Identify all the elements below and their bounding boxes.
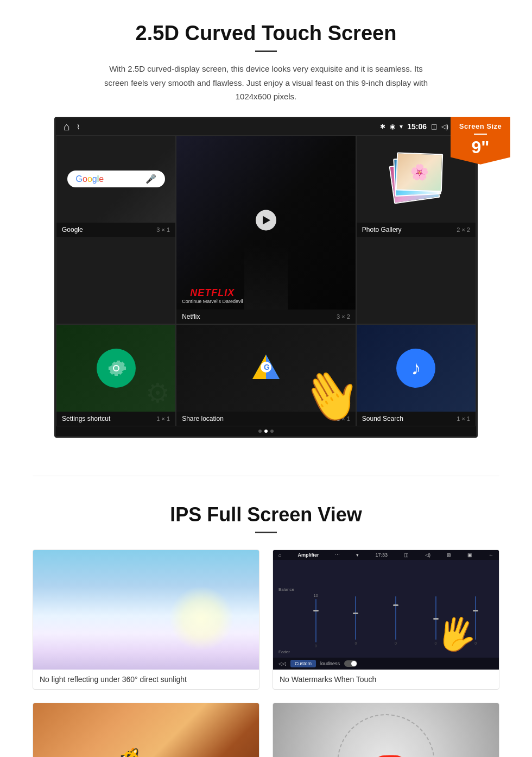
svg-text:G: G bbox=[264, 363, 270, 371]
amp-back-icon: ← bbox=[489, 552, 493, 558]
netflix-figure-hint bbox=[244, 244, 288, 310]
amp-track-1 bbox=[315, 599, 316, 642]
gallery-app-size: 2 × 2 bbox=[457, 226, 470, 233]
sound-search-app-size: 1 × 1 bbox=[457, 415, 470, 422]
amp-loudness-label: loudness bbox=[320, 661, 340, 666]
netflix-info: NETFLIX Continue Marvel's Daredevil bbox=[182, 288, 243, 304]
camera-icon: ◫ bbox=[431, 123, 437, 130]
status-bar: ⌂ ⌇ ✱ ◉ ▾ 15:06 ◫ ◁) ⊠ ▣ bbox=[56, 118, 476, 135]
netflix-app-inner: NETFLIX Continue Marvel's Daredevil bbox=[176, 136, 356, 310]
amp-dots: ⋯ bbox=[335, 552, 340, 558]
sunlight-image bbox=[33, 550, 259, 670]
cheetah-icon: 🐆 bbox=[119, 737, 173, 758]
amp-sq-icon: ▣ bbox=[467, 552, 472, 558]
status-bar-left: ⌂ ⌇ bbox=[64, 121, 80, 133]
badge-screen-label: Screen Size bbox=[455, 122, 506, 130]
gallery-label-row: Photo Gallery 2 × 2 bbox=[357, 223, 476, 237]
amplifier-image: ⌂ Amplifier ⋯ ▾ 17:33 ◫ ◁) ⊠ ▣ ← Balance bbox=[273, 550, 499, 670]
amp-custom-button[interactable]: Custom bbox=[290, 660, 316, 667]
amp-thumb-5[interactable] bbox=[473, 610, 478, 611]
amp-val-0-2: 0 bbox=[354, 641, 357, 645]
share-location-inner: G 🤚 bbox=[176, 325, 356, 412]
sunlight-caption: No light reflecting under 360° direct su… bbox=[33, 670, 259, 689]
title-divider bbox=[255, 51, 277, 52]
feature-grid: No light reflecting under 360° direct su… bbox=[33, 550, 499, 758]
dot-1 bbox=[258, 430, 262, 433]
app-row-1: Google 🎤 Google 3 × 1 bbox=[56, 135, 476, 324]
app-row-2: ⚙ Settings shortcut 1 × 1 bbox=[56, 324, 476, 426]
netflix-app-cell[interactable]: NETFLIX Continue Marvel's Daredevil Netf… bbox=[176, 135, 356, 324]
amp-freq-10: 10 bbox=[314, 594, 318, 597]
amp-camera-icon: ◫ bbox=[404, 552, 409, 558]
amp-val-0-3: 0 bbox=[395, 641, 397, 645]
gallery-app-name: Photo Gallery bbox=[362, 226, 402, 234]
amp-time: 17:33 bbox=[375, 552, 388, 558]
sound-icon-circle: ♪ bbox=[396, 349, 435, 388]
settings-shadow-icon: ⚙ bbox=[145, 377, 170, 409]
amp-bottom-bar: ◁◁ Custom loudness bbox=[273, 658, 499, 670]
section-divider-line bbox=[33, 476, 499, 476]
amp-track-3 bbox=[395, 596, 396, 640]
amp-slider-group-3: 0 bbox=[378, 596, 414, 645]
curved-section-description: With 2.5D curved-display screen, this de… bbox=[98, 62, 434, 104]
netflix-app-size: 3 × 2 bbox=[337, 313, 350, 320]
cheetah-image: 💨 🐆 bbox=[33, 703, 259, 758]
sunlight-feature-item: No light reflecting under 360° direct su… bbox=[33, 550, 259, 690]
google-app-name: Google bbox=[62, 226, 83, 234]
sound-search-app-name: Sound Search bbox=[362, 415, 403, 422]
netflix-subtitle: Continue Marvel's Daredevil bbox=[182, 299, 243, 304]
settings-label-row: Settings shortcut 1 × 1 bbox=[56, 412, 175, 426]
google-app-size: 3 × 1 bbox=[156, 226, 170, 233]
amp-thumb-1[interactable] bbox=[313, 610, 319, 611]
device-mockup-container: Screen Size 9" ⌂ ⌇ ✱ ◉ ▾ 15:06 ◫ ◁) ⊠ bbox=[54, 117, 478, 438]
amp-header: ⌂ Amplifier ⋯ ▾ 17:33 ◫ ◁) ⊠ ▣ ← bbox=[273, 550, 499, 560]
google-search-bar[interactable]: Google 🎤 bbox=[67, 171, 165, 187]
netflix-app-name: Netflix bbox=[182, 313, 200, 320]
amp-slider-group-1: 10 0 bbox=[298, 594, 334, 648]
gallery-stack: 🌸 bbox=[389, 152, 443, 206]
gear-icon bbox=[105, 357, 127, 379]
car-feature-item: 🚗 Large Viewing Angle bbox=[273, 703, 499, 758]
wifi-icon: ▾ bbox=[400, 123, 403, 130]
google-logo: Google bbox=[76, 174, 104, 184]
sound-search-inner: ♪ bbox=[357, 325, 476, 412]
flower-icon: 🌸 bbox=[410, 162, 429, 181]
google-app-inner: Google 🎤 bbox=[56, 136, 175, 223]
curved-section-title: 2.5D Curved Touch Screen bbox=[33, 22, 499, 45]
share-location-app-cell[interactable]: G 🤚 Share location 1 × 1 bbox=[176, 324, 356, 426]
mic-icon[interactable]: 🎤 bbox=[145, 174, 156, 184]
amp-balance-label: Balance bbox=[278, 587, 294, 592]
android-screen: ⌂ ⌇ ✱ ◉ ▾ 15:06 ◫ ◁) ⊠ ▣ bbox=[54, 117, 478, 438]
amp-title: Amplifier bbox=[297, 552, 319, 558]
amp-back-btn[interactable]: ◁◁ bbox=[278, 661, 286, 666]
usb-icon: ⌇ bbox=[77, 123, 80, 131]
amp-equalizer: Balance Fader 10 bbox=[278, 583, 493, 659]
amp-side-labels: Balance Fader bbox=[278, 583, 294, 659]
cheetah-feature-item: 💨 🐆 Super Fast Response bbox=[33, 703, 259, 758]
amp-track-2 bbox=[355, 596, 356, 640]
share-location-app-name: Share location bbox=[182, 415, 224, 422]
amp-fader-label: Fader bbox=[278, 649, 294, 654]
pagination-dots bbox=[56, 426, 476, 436]
amp-slider-group-2: 0 bbox=[338, 596, 374, 645]
view-angle-circle bbox=[337, 714, 435, 758]
gallery-img-3: 🌸 bbox=[396, 152, 443, 192]
settings-app-cell[interactable]: ⚙ Settings shortcut 1 × 1 bbox=[56, 324, 176, 426]
settings-app-size: 1 × 1 bbox=[156, 415, 170, 422]
google-label-row: Google 3 × 1 bbox=[56, 223, 175, 237]
amp-thumb-3[interactable] bbox=[393, 604, 398, 606]
screen-size-badge: Screen Size 9" bbox=[451, 117, 510, 165]
gallery-app-cell[interactable]: 🌸 Photo Gallery 2 × 2 bbox=[356, 135, 476, 324]
dot-2 bbox=[264, 430, 268, 433]
dot-3 bbox=[270, 430, 274, 433]
google-app-cell[interactable]: Google 🎤 Google 3 × 1 bbox=[56, 135, 176, 324]
amp-thumb-2[interactable] bbox=[353, 613, 358, 614]
sun-glow bbox=[169, 586, 234, 651]
home-icon[interactable]: ⌂ bbox=[64, 121, 70, 133]
maps-icon: G bbox=[250, 352, 282, 384]
amp-thumb-4[interactable] bbox=[433, 618, 439, 620]
netflix-play-button[interactable] bbox=[256, 210, 276, 230]
amp-loudness-toggle[interactable] bbox=[344, 660, 357, 667]
sound-search-app-cell[interactable]: ♪ Sound Search 1 × 1 bbox=[356, 324, 476, 426]
amp-wifi-icon: ▾ bbox=[356, 552, 359, 558]
